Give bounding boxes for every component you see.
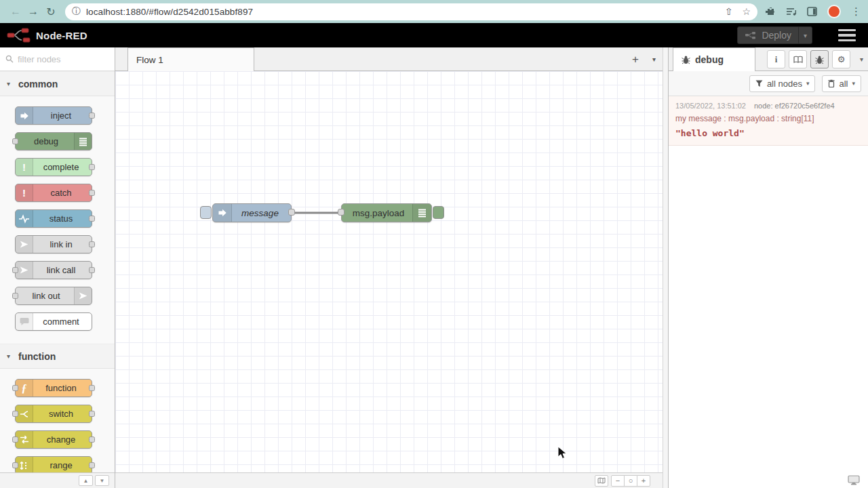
palette-node-catch[interactable]: !catch [15,184,92,202]
info-icon[interactable]: i [767,50,785,68]
debug-messages-icon[interactable] [810,50,829,68]
url-text[interactable]: localhost:1880/#flow/d2542d015abbf897 [86,7,715,17]
help-book-icon[interactable] [789,50,807,68]
filter-nodes-input[interactable] [18,54,99,64]
clear-messages-button[interactable]: all ▾ [822,75,861,92]
port[interactable] [12,267,18,273]
flow-tab-label: Flow 1 [136,55,163,65]
deploy-button[interactable]: Deploy ▾ [737,26,812,44]
right-sidebar: debug i ⚙ ▾ all nodes ▾ all [668,47,868,488]
palette-node-link-call[interactable]: link call [15,261,92,279]
flow-list-caret[interactable]: ▾ [652,56,656,63]
side-panel-icon[interactable] [807,7,817,16]
port[interactable] [89,113,95,119]
flow-canvas[interactable]: messagemsg.payload [115,71,663,472]
browser-chrome: ← → ↻ ⓘ localhost:1880/#flow/d2542d015ab… [0,0,868,23]
link-plane-icon [16,236,33,253]
inject-button[interactable] [200,206,212,219]
port[interactable] [89,267,95,273]
filter-nodes-label: all nodes [767,79,802,89]
port[interactable] [89,190,95,196]
trash-icon [828,79,835,87]
debug-bug-icon [682,55,690,64]
debug-filter-bar: all nodes ▾ all ▾ [669,71,868,96]
clear-messages-label: all [839,79,848,89]
exclamation-icon: ! [16,159,33,176]
address-bar[interactable]: ⓘ localhost:1880/#flow/d2542d015abbf897 … [65,3,757,20]
palette-search[interactable] [0,47,115,71]
back-icon[interactable]: ← [7,5,24,18]
palette-node-comment[interactable]: comment [15,312,92,331]
category-header-common[interactable]: ▾common [0,71,115,96]
palette-node-status[interactable]: status [15,209,92,228]
port[interactable] [12,385,18,391]
palette-node-inject[interactable]: inject [15,106,92,125]
site-info-icon[interactable]: ⓘ [72,5,81,18]
node-red-app: ← → ↻ ⓘ localhost:1880/#flow/d2542d015ab… [0,0,868,488]
port[interactable] [89,411,95,417]
flow-node-message[interactable]: message [212,203,292,222]
funnel-icon [755,80,763,87]
flow-node-msg-payload[interactable]: msg.payload [341,203,432,222]
palette-node-link-out[interactable]: link out [15,287,92,305]
zoom-reset-button[interactable]: ○ [624,475,637,487]
port[interactable] [338,209,344,216]
port[interactable] [89,385,95,391]
forward-icon[interactable]: → [24,5,42,18]
sidebar-menu-caret[interactable]: ▾ [860,56,863,63]
port[interactable] [12,436,18,443]
filter-nodes-button[interactable]: all nodes ▾ [749,75,816,92]
node-red-logo-icon: Node-RED [7,28,87,43]
bookmark-star-icon[interactable]: ☆ [742,6,751,17]
node-palette: ▾commoninjectdebug!complete!catchstatusl… [0,47,115,488]
tab-debug[interactable]: debug [673,47,755,71]
port[interactable] [12,462,18,468]
debug-message[interactable]: 13/05/2022, 13:51:02node: ef26720c5e6f2f… [669,96,868,146]
reading-list-icon[interactable] [786,7,797,16]
config-gear-icon[interactable]: ⚙ [832,50,850,68]
palette-node-switch[interactable]: switch [15,405,92,423]
palette-node-debug[interactable]: debug [15,132,92,150]
share-icon[interactable]: ⇧ [725,6,733,17]
deploy-icon [745,30,757,40]
sidebar-splitter[interactable] [663,47,668,488]
link-plane-icon [74,287,92,304]
reload-icon[interactable]: ↻ [42,5,60,18]
palette-node-link-in[interactable]: link in [15,235,92,253]
port[interactable] [12,138,18,144]
palette-node-change[interactable]: change [15,430,92,449]
status-pulse-icon [16,210,33,227]
menu-dots-icon[interactable]: ⋮ [851,5,861,18]
profile-avatar[interactable] [827,5,841,18]
palette-node-range[interactable]: range [15,456,92,474]
flow-tab[interactable]: Flow 1 [127,47,254,71]
debug-toggle-button[interactable] [433,206,444,219]
inject-arrow-icon [16,107,33,124]
workspace: Flow 1 + ▾ messagemsg.payload − [115,47,663,488]
port[interactable] [288,209,295,216]
palette-node-complete[interactable]: !complete [15,158,92,176]
add-flow-button[interactable]: + [632,53,639,66]
search-icon [5,55,14,63]
port[interactable] [89,216,95,222]
port[interactable] [89,241,95,247]
zoom-out-button[interactable]: − [611,475,625,487]
console-toggle-icon[interactable] [848,475,860,485]
palette-footer: ▲ ▼ [0,472,115,488]
canvas-footer: − ○ + [115,472,663,488]
debug-message-list: 13/05/2022, 13:51:02node: ef26720c5e6f2f… [669,96,868,488]
port[interactable] [12,411,18,417]
palette-expand-all-button[interactable]: ▼ [95,475,109,486]
port[interactable] [12,293,18,299]
extensions-icon[interactable] [766,7,776,17]
palette-collapse-all-button[interactable]: ▲ [79,475,93,486]
port[interactable] [89,436,95,443]
navigator-icon[interactable] [595,475,608,487]
deploy-options-caret[interactable]: ▾ [798,27,812,43]
palette-node-function[interactable]: ƒfunction [15,379,92,397]
category-header-function[interactable]: ▾function [0,344,115,369]
port[interactable] [89,462,95,468]
zoom-in-button[interactable]: + [637,475,650,487]
port[interactable] [89,164,95,170]
main-menu-icon[interactable] [838,29,856,42]
